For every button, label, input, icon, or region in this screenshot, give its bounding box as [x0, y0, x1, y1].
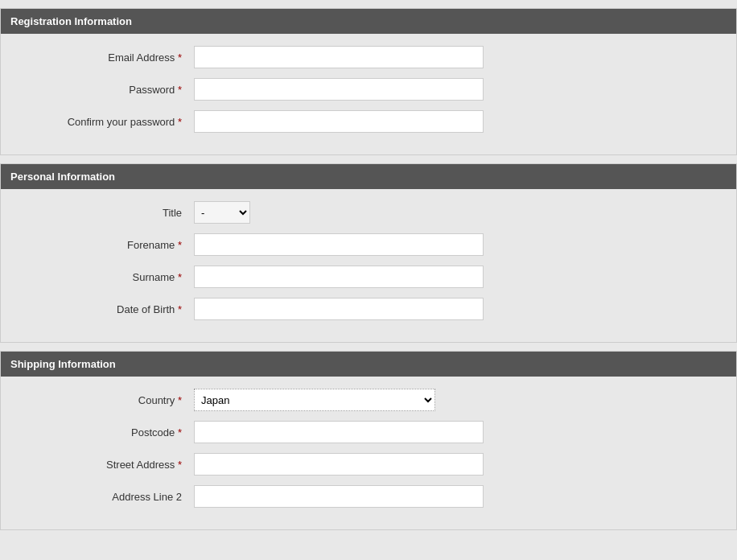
address-line2-row: Address Line 2 — [17, 485, 720, 508]
confirm-password-required-star: * — [178, 116, 182, 128]
address-line2-label: Address Line 2 — [17, 491, 194, 503]
postcode-row: Postcode * — [17, 421, 720, 443]
forename-label: Forename * — [17, 239, 194, 251]
password-required-star: * — [178, 84, 182, 96]
country-row: Country * Japan United States United Kin… — [17, 389, 720, 411]
shipping-section: Shipping Information Country * Japan Uni… — [0, 351, 737, 530]
shipping-section-header: Shipping Information — [1, 352, 736, 377]
title-select[interactable]: - Mr Mrs Ms Dr Prof — [194, 201, 250, 224]
title-row: Title - Mr Mrs Ms Dr Prof — [17, 201, 720, 224]
password-input[interactable] — [194, 78, 484, 101]
personal-section-body: Title - Mr Mrs Ms Dr Prof Forename * — [1, 189, 736, 342]
confirm-password-input[interactable] — [194, 110, 484, 133]
personal-section: Personal Information Title - Mr Mrs Ms D… — [0, 163, 737, 343]
dob-required-star: * — [178, 303, 182, 315]
registration-section-title: Registration Information — [10, 15, 132, 27]
dob-row: Date of Birth * — [17, 298, 720, 320]
dob-input[interactable] — [194, 298, 484, 320]
street-address-label: Street Address * — [17, 459, 194, 471]
forename-row: Forename * — [17, 233, 720, 256]
confirm-password-label: Confirm your password * — [17, 116, 194, 128]
password-label: Password * — [17, 84, 194, 96]
email-row: Email Address * — [17, 46, 720, 68]
forename-required-star: * — [178, 239, 182, 251]
address-line2-input[interactable] — [194, 485, 484, 508]
confirm-password-row: Confirm your password * — [17, 110, 720, 133]
shipping-section-body: Country * Japan United States United Kin… — [1, 377, 736, 529]
postcode-label: Postcode * — [17, 426, 194, 439]
street-address-required-star: * — [178, 459, 182, 471]
street-address-input[interactable] — [194, 453, 484, 476]
email-input[interactable] — [194, 46, 484, 68]
surname-required-star: * — [178, 271, 182, 283]
title-label: Title — [17, 207, 194, 219]
street-address-row: Street Address * — [17, 453, 720, 476]
surname-row: Surname * — [17, 266, 720, 288]
email-required-star: * — [178, 51, 182, 64]
registration-section: Registration Information Email Address *… — [0, 8, 737, 155]
personal-section-header: Personal Information — [1, 164, 736, 189]
forename-input[interactable] — [194, 233, 484, 256]
email-label: Email Address * — [17, 51, 194, 64]
shipping-section-title: Shipping Information — [10, 358, 116, 370]
surname-input[interactable] — [194, 266, 484, 288]
country-label: Country * — [17, 394, 194, 406]
dob-label: Date of Birth * — [17, 303, 194, 315]
registration-section-body: Email Address * Password * Confirm your … — [1, 34, 736, 154]
password-row: Password * — [17, 78, 720, 101]
page-wrapper: Registration Information Email Address *… — [0, 0, 737, 560]
postcode-required-star: * — [178, 426, 182, 439]
postcode-input[interactable] — [194, 421, 484, 443]
personal-section-title: Personal Information — [10, 171, 115, 183]
country-required-star: * — [178, 394, 182, 406]
country-select[interactable]: Japan United States United Kingdom Austr… — [194, 389, 435, 411]
surname-label: Surname * — [17, 271, 194, 283]
registration-section-header: Registration Information — [1, 9, 736, 34]
